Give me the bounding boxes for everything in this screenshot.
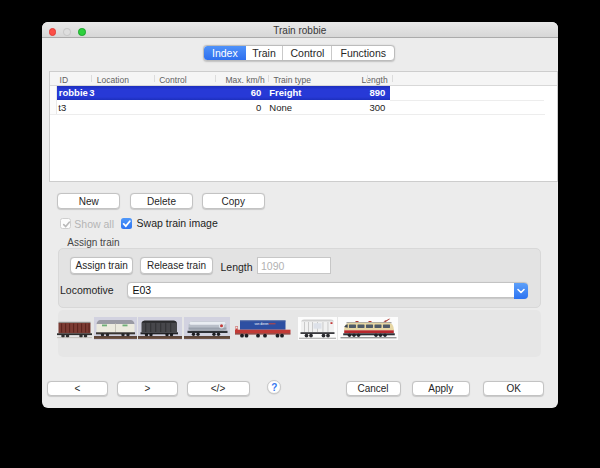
svg-text:von dieren: von dieren: [255, 322, 269, 326]
